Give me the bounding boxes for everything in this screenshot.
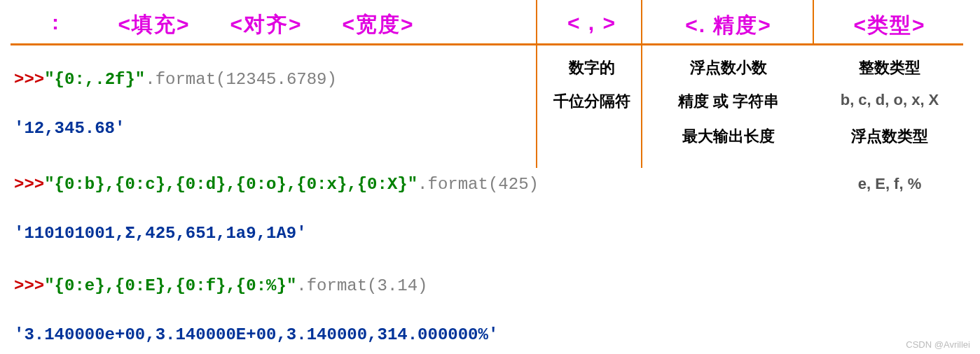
header-fill: <填充> <box>105 10 203 39</box>
code-call-1: .format(12345.6789) <box>145 70 337 89</box>
code-call-2: .format(425) <box>417 175 539 194</box>
vertical-divider-1 <box>536 0 537 168</box>
note-col4-l4: e, E, f, % <box>820 175 960 193</box>
prompt: >>> <box>14 276 44 295</box>
note-col3-l1: 浮点数小数 <box>651 57 806 78</box>
code-call-3: .format(3.14) <box>296 276 427 295</box>
note-col3-l3: 最大输出长度 <box>651 126 806 147</box>
code-output-2: '110101001,Σ,425,651,1a9,1A9' <box>14 224 307 243</box>
code-string-3: "{0:e},{0:E},{0:f},{0:%}" <box>44 276 296 295</box>
code-output-1: '12,345.68' <box>14 119 125 138</box>
note-col4-l1: 整数类型 <box>820 57 960 78</box>
code-example-2: >>>"{0:b},{0:c},{0:d},{0:o},{0:x},{0:X}"… <box>14 175 539 194</box>
vertical-divider-3 <box>813 0 814 45</box>
header-left-group: : <填充> <对齐> <宽度> <box>21 10 539 39</box>
horizontal-divider <box>11 43 963 45</box>
note-col4-l3: 浮点数类型 <box>820 126 960 147</box>
header-row: : <填充> <对齐> <宽度> < , > <. 精度> <类型> <box>0 0 980 42</box>
code-example-3: >>>"{0:e},{0:E},{0:f},{0:%}".format(3.14… <box>14 276 428 295</box>
header-precision: <. 精度> <box>651 11 806 40</box>
prompt: >>> <box>14 175 44 194</box>
header-align: <对齐> <box>217 10 315 39</box>
code-string-2: "{0:b},{0:c},{0:d},{0:o},{0:x},{0:X}" <box>44 175 417 194</box>
code-output-3: '3.140000e+00,3.140000E+00,3.140000,314.… <box>14 325 498 344</box>
note-col4-l2: b, c, d, o, x, X <box>820 91 960 109</box>
watermark: CSDN @Avrillei <box>906 339 970 350</box>
header-type: <类型> <box>820 11 960 40</box>
note-col2-l1: 数字的 <box>546 57 637 78</box>
prompt: >>> <box>14 70 44 89</box>
code-string-1: "{0:,.2f}" <box>44 70 145 89</box>
code-example-1: >>>"{0:,.2f}".format(12345.6789) <box>14 70 337 89</box>
header-colon: : <box>21 10 91 39</box>
note-col3-l2: 精度 或 字符串 <box>651 91 806 112</box>
header-comma: < , > <box>546 11 637 35</box>
header-width: <宽度> <box>329 10 427 39</box>
note-col2-l2: 千位分隔符 <box>546 91 637 112</box>
vertical-divider-2 <box>641 0 642 168</box>
